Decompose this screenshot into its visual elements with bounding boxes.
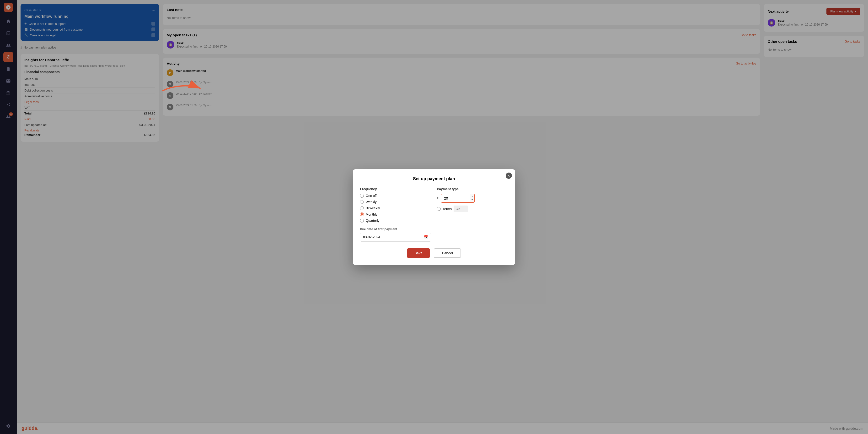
- modal-footer: Save Cancel: [360, 248, 508, 258]
- payment-plan-modal: ✕ Set up payment plan Frequency One off …: [353, 169, 515, 265]
- due-date-label: Due date of first payment: [360, 227, 431, 231]
- payment-type-label: Payment type: [437, 187, 508, 191]
- payment-type-section: Payment type £ ▲ ▼ Terms 45: [437, 187, 508, 241]
- frequency-section: Frequency One off Weekly Bi weekly: [360, 187, 431, 241]
- modal-body: Frequency One off Weekly Bi weekly: [360, 187, 508, 241]
- terms-label: Terms: [443, 207, 452, 211]
- save-button[interactable]: Save: [407, 248, 430, 258]
- frequency-label-one-off: One off: [366, 194, 377, 198]
- modal-title: Set up payment plan: [360, 176, 508, 181]
- frequency-label-quarterly: Quarterly: [366, 219, 379, 223]
- due-date-input[interactable]: [363, 235, 421, 239]
- amount-spinners: ▲ ▼: [470, 194, 474, 202]
- amount-increment-button[interactable]: ▲: [471, 195, 473, 198]
- frequency-label-monthly: Monthly: [366, 212, 377, 216]
- due-date-section: Due date of first payment 📅: [360, 227, 431, 241]
- frequency-label: Frequency: [360, 187, 431, 191]
- terms-radio[interactable]: [437, 207, 441, 211]
- amount-input-highlighted: ▲ ▼: [441, 194, 475, 203]
- amount-prefix: £: [437, 196, 439, 200]
- modal-overlay: ✕ Set up payment plan Frequency One off …: [0, 0, 868, 434]
- frequency-option-bi-weekly[interactable]: Bi weekly: [360, 206, 431, 210]
- cancel-button[interactable]: Cancel: [434, 248, 461, 258]
- amount-section: £ ▲ ▼: [437, 194, 508, 203]
- frequency-option-one-off[interactable]: One off: [360, 194, 431, 198]
- amount-input[interactable]: [441, 194, 470, 202]
- frequency-option-monthly[interactable]: Monthly: [360, 212, 431, 216]
- frequency-label-weekly: Weekly: [366, 200, 377, 204]
- frequency-radio-bi-weekly[interactable]: [360, 206, 364, 210]
- calendar-icon[interactable]: 📅: [423, 235, 428, 239]
- terms-value: 45: [454, 205, 468, 212]
- frequency-option-weekly[interactable]: Weekly: [360, 200, 431, 204]
- frequency-option-quarterly[interactable]: Quarterly: [360, 219, 431, 223]
- frequency-radio-monthly[interactable]: [360, 212, 364, 216]
- frequency-label-bi-weekly: Bi weekly: [366, 206, 380, 210]
- modal-close-button[interactable]: ✕: [506, 173, 512, 179]
- date-input-wrap[interactable]: 📅: [360, 233, 431, 241]
- amount-decrement-button[interactable]: ▼: [471, 198, 473, 201]
- frequency-radio-group: One off Weekly Bi weekly Monthly: [360, 194, 431, 223]
- frequency-radio-quarterly[interactable]: [360, 219, 364, 223]
- terms-row: Terms 45: [437, 205, 508, 212]
- frequency-radio-one-off[interactable]: [360, 194, 364, 198]
- frequency-radio-weekly[interactable]: [360, 200, 364, 204]
